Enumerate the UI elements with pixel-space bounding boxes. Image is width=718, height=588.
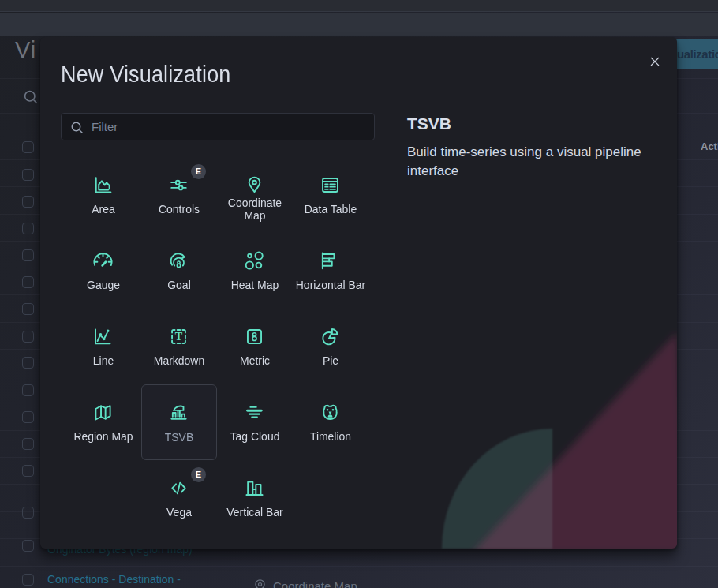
svg-text:T: T — [175, 330, 183, 343]
